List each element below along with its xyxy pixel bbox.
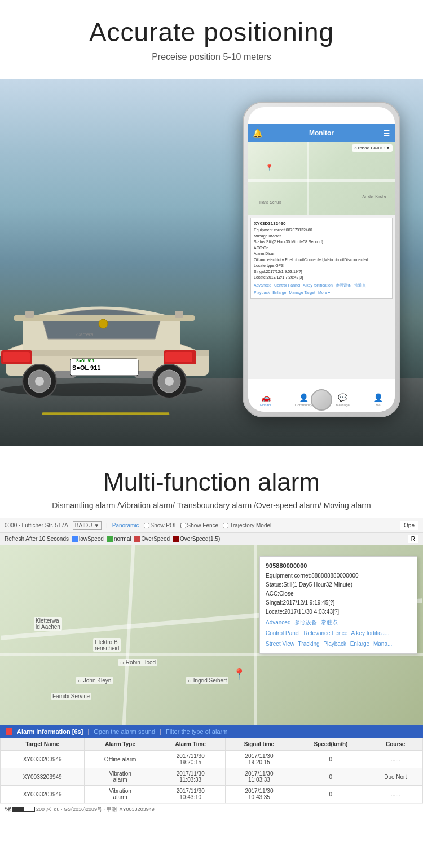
me-icon: 👤 [373,393,383,402]
map-label-kirche: An der Kirche [363,195,386,199]
popup-link-fence[interactable]: Relevance Fence [303,630,347,636]
svg-rect-9 [165,352,192,362]
popup-link-key-fortif[interactable]: A key fortifica... [351,630,389,636]
phone-home-button[interactable] [311,389,332,411]
scale-text: 200 米 [36,806,51,813]
cell-2-1: Vibration alarm [85,786,156,803]
alarm-map-section: 0000 · Lütticher Str. 517A BAIDU ▼ | Pan… [0,518,423,815]
popup-link-control[interactable]: Control Panel [266,630,300,636]
link-常驻点[interactable]: 常驻点 [354,283,366,287]
popup-link-manage[interactable]: Mana... [373,641,392,647]
toolbar-checkbox-fence[interactable]: Show Fence [180,522,219,528]
device-id-bottom: XY0033203949 [120,807,155,812]
nav-me-label: Me [376,403,380,407]
nav-message-label: Message [336,403,350,407]
map-label-kletterwald: Kletterwald Aachen [34,617,62,631]
toolbar-checkbox-traj[interactable]: Trajectory Model [223,522,271,528]
cell-1-5: Due Nort [368,768,423,786]
device-id: XY03D3132460 [254,221,389,227]
popup-id: 905880000000 [266,561,411,571]
cell-2-0: XY0033203949 [1,786,85,803]
cell-0-4: 0 [293,751,368,768]
link-fortification[interactable]: A key fortification [303,283,333,287]
link-advanced[interactable]: Advanced [254,283,271,287]
speed-over15: OverSpeed(1.5) [173,536,220,542]
toolbar-panoramic[interactable]: Panoramic [112,522,139,528]
link-playback[interactable]: Playback [254,290,270,294]
svg-text:Carrera: Carrera [76,332,94,337]
main-title: Accurate positioning [11,17,412,47]
map-label-hans: Hans Schulz [259,200,281,204]
bottom-map-bar: 🗺 200 米 du · GS(2016)2089号 · 甲测 XY003320… [0,803,423,815]
nav-message[interactable]: 💬 Message [336,393,350,407]
section1-title-area: Accurate positioning Preceise position 5… [0,0,423,68]
cell-2-5: ...... [368,786,423,803]
map-label-ingrid: ⊙ Ingrid Seibert [186,677,228,684]
poi-checkbox[interactable] [144,523,149,528]
section2-title-area: Multi-function alarm Dismantling alarm /… [0,446,423,518]
cell-1-4: 0 [293,768,368,786]
map-icon: 🗺 [5,805,11,813]
scale-indicator: 🗺 200 米 [5,805,51,813]
alarm-bar-sep1: | [87,728,89,735]
map-search-bar[interactable]: ○ robad BAIDU ▼ [352,144,393,152]
phone-mockup: 🔔 Monitor ☰ ○ robad BAIDU ▼ 📍 Hans Schul… [243,102,400,417]
fence-checkbox[interactable] [180,523,186,528]
link-row1: Advanced Control Pannel A key fortificat… [254,283,389,289]
link-enlarge[interactable]: Enlarge [272,290,286,294]
monitor-icon: 🚗 [261,393,271,402]
popup-link-tracking[interactable]: Tracking [298,641,320,647]
popup-cornet: Equipment cornet:888888880000000 [266,571,411,580]
link-control-panel[interactable]: Control Pannel [274,283,300,287]
popup-link-enlarge[interactable]: Enlarge [350,641,369,647]
nav-monitor[interactable]: 🚗 Monitor [260,393,271,407]
hero-section: S●OL 911 S●OL 911 Carrera 🔔 Monitor ☰ [0,79,423,446]
device-alarm: Alarm:Disarm [254,251,389,257]
popup-links3: Street View Tracking Playback Enlarge Ma… [266,640,411,649]
popup-link-常驻点[interactable]: 常驻点 [321,619,338,625]
alarm-filter[interactable]: Filter the type of alarm [166,728,227,735]
popup-link-advanced[interactable]: Advanced [266,619,290,625]
table-header-row: Target Name Alarm Type Alarm Time Signal… [1,738,423,751]
popup-link-street[interactable]: Street View [266,641,294,647]
app-map: ○ robad BAIDU ▼ 📍 Hans Schulz An der Kir… [248,142,395,215]
svg-rect-7 [3,352,30,362]
r-button[interactable]: R [408,535,418,543]
col-alarm-time: Alarm Time [156,738,225,751]
map-toolbar: 0000 · Lütticher Str. 517A BAIDU ▼ | Pan… [0,518,423,533]
link-参照设备[interactable]: 参照设备 [336,283,351,287]
device-locate: Locate:2017/12/1 7:26:42[3] [254,275,389,281]
popup-link-参照设备[interactable]: 参照设备 [294,619,317,625]
popup-links2: Control Panel Relevance Fence A key fort… [266,629,411,638]
over-dot [134,536,140,542]
alarm-bar-title: Alarm information [6s] [17,728,83,735]
toolbar-checkbox-poi[interactable]: Show POI [144,522,176,528]
over15-dot [173,536,179,542]
refresh-text: Refresh After 10 Seconds [5,536,69,542]
svg-rect-4 [25,311,34,318]
menu-icon: ☰ [383,129,390,138]
cell-0-1: Offline alarm [85,751,156,768]
popup-link-playback[interactable]: Playback [323,641,346,647]
nav-me[interactable]: 👤 Me [373,393,383,407]
link-manage[interactable]: Manage Target [289,290,315,294]
alarm-open-sound[interactable]: Open the alarm sound [94,728,155,735]
cell-2-4: 0 [293,786,368,803]
toolbar-open-btn[interactable]: Ope [400,521,418,530]
link-more[interactable]: More▼ [318,290,331,294]
trajectory-checkbox[interactable] [223,523,228,528]
low-dot [72,536,78,542]
section2-main-title: Multi-function alarm [11,468,412,496]
svg-text:S●OL 911: S●OL 911 [76,359,94,363]
section2-subtitle: Dismantling alarm /Vibration alarm/ Tran… [11,501,412,510]
map-label-john: ⊙ John Kleyn [76,677,113,684]
toolbar-baidu[interactable]: BAIDU ▼ [73,521,102,530]
app-screen: 🔔 Monitor ☰ ○ robad BAIDU ▼ 📍 Hans Schul… [248,124,395,379]
speed-over: OverSpeed [134,536,170,542]
popup-locate: Locate:2017/11/30 4:03:43[?] [266,607,411,616]
map-road-v [307,142,309,215]
map-label-elektro: Elektro Brenscheid [93,638,121,652]
nav-community[interactable]: 👤 Community [295,393,312,407]
alarm-bar-sep2: | [160,728,161,735]
speed-normal: normal [107,536,131,542]
